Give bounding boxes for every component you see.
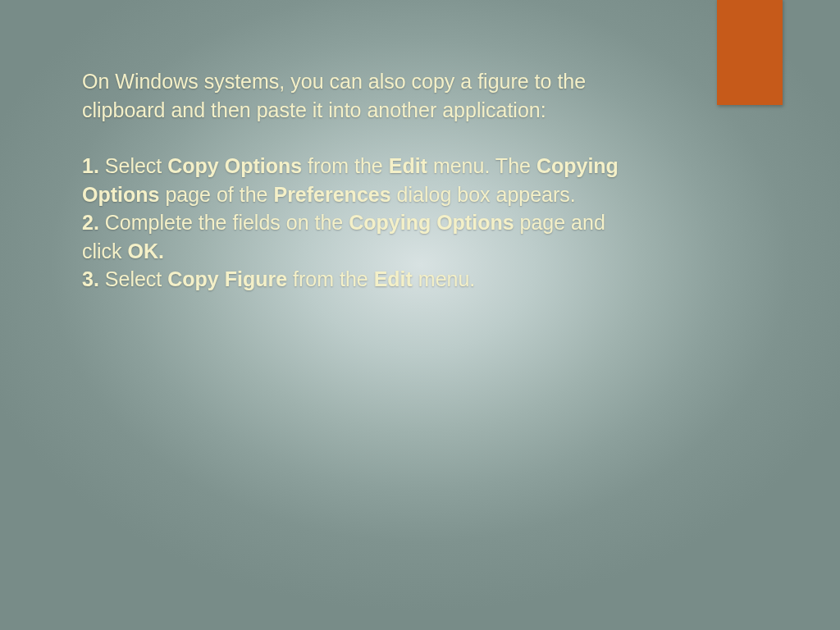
step-text: menu. The bbox=[427, 154, 536, 177]
step-text: dialog box appears. bbox=[391, 183, 576, 206]
step-number: 3. bbox=[82, 267, 99, 290]
step-text: Copy Figure bbox=[167, 267, 287, 290]
slide-content: On Windows systems, you can also copy a … bbox=[82, 67, 623, 294]
step-text: page of the bbox=[159, 183, 273, 206]
steps-list: 1. Select Copy Options from the Edit men… bbox=[82, 152, 623, 294]
step-text: menu. bbox=[413, 267, 475, 290]
step-number: 1. bbox=[82, 154, 99, 177]
step-item: 1. Select Copy Options from the Edit men… bbox=[82, 152, 623, 208]
step-text: from the bbox=[287, 267, 374, 290]
step-number: 2. bbox=[82, 211, 99, 234]
step-text: Copying Options bbox=[349, 211, 514, 234]
step-text: Edit bbox=[389, 154, 427, 177]
step-text: OK. bbox=[128, 240, 164, 262]
step-item: 2. Complete the fields on the Copying Op… bbox=[82, 208, 623, 265]
step-text: Select bbox=[99, 154, 167, 177]
step-text: Copy Options bbox=[167, 154, 302, 177]
step-text: Complete the fields on the bbox=[99, 211, 349, 234]
step-text: Edit bbox=[374, 267, 413, 290]
step-item: 3. Select Copy Figure from the Edit menu… bbox=[82, 265, 623, 294]
step-text: Preferences bbox=[273, 183, 390, 206]
intro-paragraph: On Windows systems, you can also copy a … bbox=[82, 67, 623, 124]
step-text: Select bbox=[99, 267, 167, 290]
step-text: from the bbox=[302, 154, 389, 177]
accent-tab bbox=[717, 0, 783, 105]
